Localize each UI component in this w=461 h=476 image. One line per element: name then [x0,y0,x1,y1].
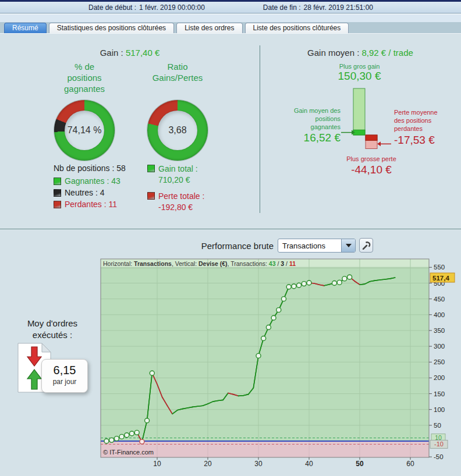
gain-moyen-title: Gain moyen : 8,92 € / trade [260,48,461,58]
gain-total-row: Gain total : 710,20 € [147,164,204,186]
avg-win-label: Gain moyen des positions gagnantes [262,106,341,131]
svg-text:50: 50 [356,460,364,468]
avg-loss-value: -17,53 € [394,134,461,147]
series-dropdown[interactable]: Transactions [278,239,356,253]
date-end: Date de fin : 28 févr. 2019 21:51:00 [263,3,373,12]
biggest-gain-label: Plus gros gain [314,62,405,70]
ratio-center-value: 3,68 [147,100,208,161]
svg-text:-10: -10 [434,441,444,447]
date-end-value: 28 févr. 2019 21:51:00 [304,3,373,12]
svg-text:550: 550 [434,264,445,271]
svg-text:30: 30 [254,460,263,468]
svg-text:60: 60 [406,460,414,468]
gain-value: 517,40 € [126,48,159,58]
date-range-bar: Date de début : 1 févr. 2019 00:00:00 Da… [0,2,461,13]
dropdown-button[interactable] [341,239,355,252]
winrate-center-value: 74,14 % [54,100,115,161]
legend-row-gagnantes: Gagnantes : 43 [54,175,126,187]
tab-bar: Résumé Statistiques des positions clôtur… [0,22,461,33]
green-square-icon [54,177,61,185]
gain-title: Gain : 517,40 € [0,48,260,58]
dark-square-icon [54,189,61,197]
wrench-icon [361,240,371,251]
winrate-title: % de positions gagnantes [44,61,125,94]
svg-text:© IT-Finance.com: © IT-Finance.com [103,449,154,456]
svg-text:450: 450 [434,296,445,303]
tab-statistiques-positions[interactable]: Statistiques des positions clôturées [49,23,174,33]
green-square-icon [147,165,155,172]
performance-line-chart: © IT-Finance.com550500450400350300250200… [0,256,461,476]
svg-text:-50: -50 [434,453,444,460]
gain-moyen-label: Gain moyen : [307,48,359,58]
legend-row-perdantes: Perdantes : 11 [54,198,126,210]
date-end-label: Date de fin : [263,3,301,12]
avg-loss-label: Perte moyenne des positions perdantes [394,108,461,133]
gain-moyen-value: 8,92 € / trade [361,48,413,58]
perte-totale-row: Perte totale : -192,80 € [147,191,204,213]
tab-liste-ordres[interactable]: Liste des ordres [176,23,242,33]
ratio-donut-chart: 3,68 [147,100,208,161]
biggest-gain-value: 150,30 € [314,70,405,83]
perte-totale-value: -192,80 € [158,202,204,213]
gain-total-label: Gain total : [158,164,198,175]
horizontal-separator [0,229,461,229]
svg-text:10: 10 [435,434,442,441]
tab-liste-positions[interactable]: Liste des positions clôturées [245,23,349,33]
svg-text:200: 200 [434,374,445,381]
svg-text:400: 400 [434,311,445,318]
perte-totale-label: Perte totale : [158,191,204,202]
positions-total: Nb de positions : 58 [54,164,126,175]
avg-win-value: 16,52 € [262,132,341,144]
svg-text:Horizontal: Transactions, Vert: Horizontal: Transactions, Vertical: Devi… [103,260,296,267]
legend-row-neutres: Neutres : 4 [54,187,126,198]
svg-text:40: 40 [305,460,313,468]
svg-text:50: 50 [434,422,441,429]
gain-total-value: 710,20 € [158,175,198,186]
series-dropdown-value[interactable]: Transactions [278,239,341,252]
red-square-icon [54,201,61,208]
header-spacer [0,14,461,22]
svg-text:350: 350 [434,327,445,334]
svg-text:250: 250 [434,358,445,365]
winrate-donut-chart: 74,14 % [54,100,115,161]
svg-text:150: 150 [434,390,445,397]
red-square-icon [147,192,155,200]
date-start-value: 1 févr. 2019 00:00:00 [139,3,205,12]
date-start-label: Date de début : [88,3,136,12]
totals-legend: Gain total : 710,20 € Perte totale : -19… [147,164,204,218]
chart-settings-button[interactable] [359,238,373,253]
gain-label: Gain : [100,48,123,58]
ratio-title: Ratio Gains/Pertes [137,61,218,83]
performance-title: Performance brute [116,241,274,251]
tab-resume[interactable]: Résumé [4,23,47,33]
svg-text:300: 300 [434,343,445,350]
chevron-down-icon [346,244,352,247]
biggest-loss-value: -44,10 € [320,164,423,176]
positions-legend: Nb de positions : 58 Gagnantes : 43 Neut… [54,164,126,210]
svg-text:20: 20 [204,460,212,468]
svg-text:100: 100 [434,406,445,413]
svg-text:10: 10 [153,460,161,468]
date-start: Date de début : 1 févr. 2019 00:00:00 [88,3,205,12]
biggest-loss-label: Plus grosse perte [320,155,423,163]
svg-text:517,4: 517,4 [432,275,449,282]
trading-report-window: Date de début : 1 févr. 2019 00:00:00 Da… [0,0,461,476]
